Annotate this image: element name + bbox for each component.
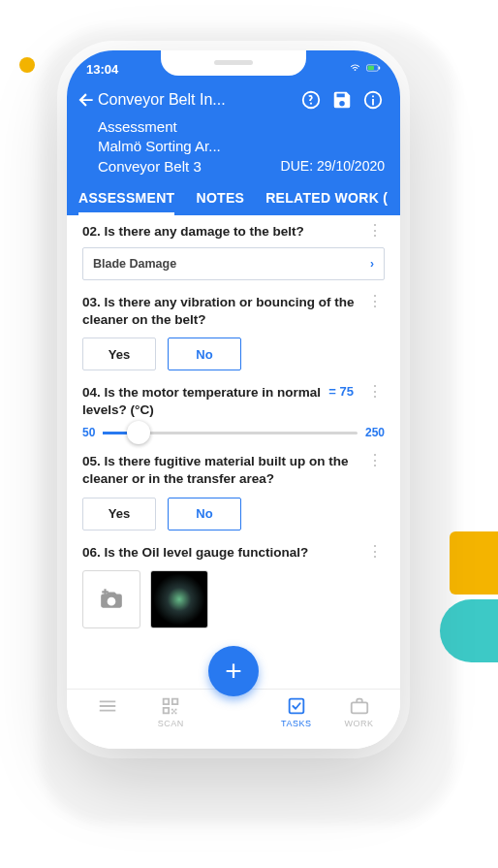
- info-icon: [362, 89, 384, 111]
- temperature-slider[interactable]: [103, 432, 358, 434]
- slider-min: 50: [82, 426, 95, 439]
- nav-tasks-label: TASKS: [281, 719, 311, 728]
- question-03-yes[interactable]: Yes: [82, 338, 156, 370]
- fab-add[interactable]: +: [208, 646, 259, 696]
- save-button[interactable]: [330, 88, 354, 112]
- question-05-more[interactable]: ⋮: [365, 453, 385, 468]
- phone-notch: [161, 50, 306, 76]
- svg-rect-1: [368, 66, 374, 70]
- tab-notes[interactable]: NOTES: [196, 190, 244, 215]
- clock: 13:04: [86, 62, 118, 77]
- arrow-left-icon: [77, 90, 96, 110]
- svg-rect-3: [289, 699, 303, 714]
- question-05-no[interactable]: No: [168, 498, 241, 530]
- chevron-right-icon: ›: [370, 257, 374, 271]
- question-05-yes[interactable]: Yes: [82, 498, 156, 530]
- question-04-label: 04. Is the motor temperature in normal l…: [82, 384, 323, 418]
- question-03-label: 03. Is there any vibration or bouncing o…: [82, 294, 359, 328]
- nav-spacer: [202, 695, 265, 749]
- help-button[interactable]: [299, 88, 323, 112]
- info-button[interactable]: [361, 88, 385, 112]
- camera-plus-icon: [99, 587, 124, 612]
- question-06-label: 06. Is the Oil level gauge functional?: [82, 544, 359, 562]
- question-02-label: 02. Is there any damage to the belt?: [82, 223, 359, 241]
- help-icon: [300, 89, 322, 111]
- nav-scan[interactable]: SCAN: [140, 695, 202, 749]
- svg-rect-4: [351, 702, 367, 713]
- back-button[interactable]: Conveyor Belt In...: [77, 90, 292, 110]
- svg-rect-2: [379, 66, 380, 69]
- bottom-nav: SCAN TASKS WORK: [67, 689, 400, 749]
- nav-scan-label: SCAN: [158, 719, 184, 728]
- question-02-more[interactable]: ⋮: [365, 223, 385, 239]
- question-03-no[interactable]: No: [168, 338, 241, 370]
- photo-thumbnail[interactable]: [150, 570, 208, 628]
- decorative-square: [450, 531, 498, 595]
- asset-subtitle: Conveyor Belt 3: [98, 157, 202, 177]
- wifi-icon: [348, 62, 362, 77]
- tasks-icon: [286, 695, 307, 717]
- question-04-value: = 75: [328, 384, 354, 399]
- tab-related-work[interactable]: RELATED WORK (: [265, 190, 388, 215]
- question-02-select[interactable]: Blade Damage ›: [82, 247, 385, 280]
- nav-work-label: WORK: [345, 719, 374, 728]
- page-title: Conveyor Belt In...: [98, 91, 226, 109]
- plus-icon: +: [225, 655, 242, 688]
- question-03-more[interactable]: ⋮: [365, 294, 385, 309]
- location-subtitle: Malmö Sorting Ar...: [98, 137, 221, 156]
- question-04-more[interactable]: ⋮: [365, 384, 385, 400]
- question-02-value: Blade Damage: [93, 257, 176, 271]
- decorative-teal: [440, 599, 498, 662]
- briefcase-icon: [349, 695, 370, 717]
- tab-assessment[interactable]: ASSESSMENT: [78, 190, 174, 215]
- qr-icon: [160, 695, 181, 717]
- phone-frame: 13:04 Conveyor Belt In...: [67, 50, 400, 749]
- nav-tasks[interactable]: TASKS: [265, 695, 327, 749]
- question-06-more[interactable]: ⋮: [365, 544, 385, 560]
- content-area: 02. Is there any damage to the belt? ⋮ B…: [67, 215, 400, 689]
- question-05-label: 05. Is there fugitive material built up …: [82, 453, 359, 487]
- slider-max: 250: [365, 426, 385, 439]
- assessment-subtitle: Assessment: [98, 117, 177, 137]
- decorative-dot: [19, 57, 35, 73]
- battery-icon: [366, 62, 381, 77]
- add-photo-button[interactable]: [82, 570, 140, 628]
- save-icon: [331, 89, 353, 111]
- slider-thumb[interactable]: [127, 421, 150, 444]
- due-label: DUE: 29/10/2020: [281, 157, 385, 177]
- menu-icon: [97, 695, 118, 717]
